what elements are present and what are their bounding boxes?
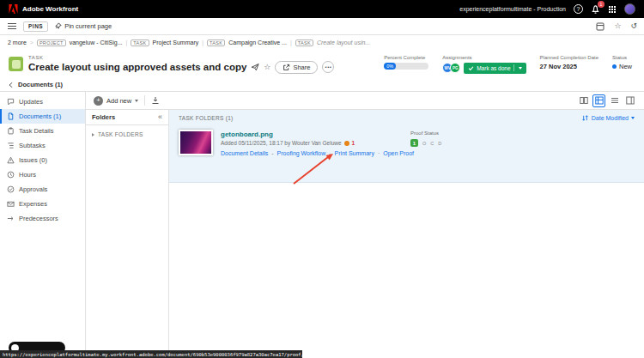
task-type-icon	[9, 57, 23, 71]
help-icon: ?	[574, 4, 583, 14]
view-standard-button[interactable]	[592, 94, 605, 107]
clipboard-icon	[7, 127, 15, 135]
link-separator: -	[271, 150, 273, 156]
view-thumbnails-button[interactable]	[577, 94, 590, 107]
user-avatar[interactable]	[624, 3, 635, 15]
proof-status-label: Proof Status	[410, 130, 441, 136]
page-header: TASK Create layout using approved assets…	[0, 50, 644, 78]
more-actions-button[interactable]: •••	[322, 61, 334, 73]
sidebar-item-label: Hours	[19, 171, 36, 179]
sidebar-item-approvals[interactable]: Approvals	[0, 182, 85, 197]
sidebar-item-label: Issues (0)	[19, 156, 47, 164]
breadcrumb-separator: |	[202, 39, 204, 46]
document-name-link[interactable]: getonboard.png	[221, 130, 273, 138]
list-header: TASK FOLDERS (1) Date Modified	[169, 110, 644, 125]
content-area: + Add new	[86, 92, 644, 358]
assignments-block: Assignments WV PG Mark as done	[442, 55, 526, 74]
sidebar-item-documents[interactable]: Documents (1)	[0, 109, 85, 124]
share-icon	[283, 64, 290, 71]
mark-as-done-button[interactable]: Mark as done	[464, 63, 526, 74]
document-added-text: Added 05/11/2025, 18:17 by Wouter Van Ge…	[221, 140, 342, 146]
subtasks-icon	[7, 142, 15, 149]
history-icon: ↺	[630, 21, 637, 30]
add-new-button[interactable]: + Add new	[94, 96, 138, 106]
main-menu-button[interactable]	[7, 21, 17, 31]
view-list-button[interactable]	[608, 94, 621, 107]
header-metrics: Percent Complete 0% Assignments WV PG Ma…	[384, 55, 635, 74]
sidebar-item-subtasks[interactable]: Subtasks	[0, 138, 85, 153]
breadcrumb-arrow: >	[30, 39, 33, 46]
breadcrumb-item-project[interactable]: vangeluw - CitiSig...	[70, 39, 123, 46]
app-switcher-button[interactable]	[608, 5, 617, 14]
document-links: Document Details - Proofing Workflow - P…	[221, 150, 403, 156]
assignee-avatars[interactable]: WV PG	[442, 63, 460, 73]
collapse-panel-button[interactable]: «	[158, 113, 162, 121]
proof-button[interactable]	[251, 63, 259, 71]
planned-completion-date[interactable]: 27 Nov 2025	[540, 63, 598, 70]
back-icon[interactable]	[8, 82, 15, 88]
progress-bar[interactable]: 0%	[384, 63, 428, 70]
favorites-button[interactable]: ☆	[614, 22, 621, 30]
workfront-app: Adobe Workfront experienceplatformultima…	[0, 0, 644, 358]
sort-button[interactable]: Date Modified	[581, 114, 635, 122]
panel-view-icon	[626, 96, 635, 105]
favorite-task-button[interactable]: ☆	[264, 64, 270, 71]
assignee-avatar-2: PG	[450, 63, 460, 73]
layout-button[interactable]	[596, 22, 605, 31]
share-button[interactable]: Share	[275, 61, 318, 74]
folder-item-label: TASK FOLDERS	[98, 131, 143, 137]
caret-right-icon	[92, 133, 94, 137]
view-toggles	[577, 94, 636, 107]
sidebar-item-issues[interactable]: Issues (0)	[0, 153, 85, 167]
comment-icon	[7, 98, 15, 106]
object-type-label: TASK	[28, 55, 334, 60]
environment-label: experienceplatformultimate - Production	[459, 6, 566, 12]
sidebar-item-expenses[interactable]: Expenses	[0, 197, 85, 211]
sidebar-item-hours[interactable]: Hours	[0, 167, 85, 182]
recents-button[interactable]: ↺	[630, 22, 637, 30]
document-thumbnail[interactable]	[179, 130, 213, 155]
open-proof-link[interactable]: Open Proof	[383, 150, 414, 156]
sort-label: Date Modified	[592, 115, 629, 121]
sidebar-item-label: Updates	[19, 98, 43, 106]
mark-as-done-label: Mark as done	[477, 65, 510, 71]
panel-icon	[596, 22, 605, 31]
notification-badge: 1	[598, 1, 605, 8]
notifications-button[interactable]: 1	[591, 4, 600, 14]
status-url: https://experienceplatformultimate.my.wo…	[3, 352, 302, 357]
sidebar-item-updates[interactable]: Updates	[0, 94, 85, 109]
sidebar-item-label: Documents (1)	[19, 112, 61, 120]
folder-item-task-folders[interactable]: TASK FOLDERS	[86, 125, 168, 143]
download-button[interactable]	[151, 96, 160, 105]
help-button[interactable]: ?	[574, 4, 583, 14]
proof-stage-o: O	[422, 141, 426, 146]
folders-panel: Folders « TASK FOLDERS	[86, 110, 169, 358]
breadcrumb-more[interactable]: 2 more	[8, 39, 27, 46]
print-summary-link[interactable]: Print Summary	[335, 150, 374, 156]
topbar-actions: experienceplatformultimate - Production …	[459, 3, 635, 15]
documents-list-section: TASK FOLDERS (1) Date Modified getonboar…	[169, 110, 644, 183]
status-row[interactable]: New	[612, 63, 632, 70]
sidebar-item-predecessors[interactable]: Predecessors	[0, 211, 85, 226]
breadcrumb-separator: |	[290, 39, 292, 46]
download-icon	[151, 96, 160, 105]
view-detail-panel-button[interactable]	[623, 94, 636, 107]
document-details-link[interactable]: Document Details	[221, 150, 268, 156]
breadcrumb-item-task1[interactable]: Project Summary	[153, 39, 199, 46]
cards-view-icon	[580, 96, 588, 105]
proofing-workflow-link[interactable]: Proofing Workflow	[277, 150, 326, 156]
document-row[interactable]: getonboard.png Added 05/11/2025, 18:17 b…	[169, 125, 644, 156]
reaction-icon	[344, 141, 349, 146]
breadcrumb: 2 more > PROJECT vangeluw - CitiSig... |…	[0, 35, 644, 50]
document-info: getonboard.png Added 05/11/2025, 18:17 b…	[221, 130, 403, 156]
breadcrumb-item-task2[interactable]: Campaign Creative ...	[228, 39, 287, 46]
chevron-down-icon	[135, 100, 138, 102]
pin-current-page-button[interactable]: Pin current page	[54, 22, 112, 30]
proof-stage-d: D	[438, 141, 441, 146]
sidebar-item-task-details[interactable]: Task Details	[0, 124, 85, 138]
share-label: Share	[293, 64, 310, 71]
warning-icon	[7, 156, 15, 164]
section-title: Documents (1)	[18, 81, 63, 88]
pin-bar: PINS Pin current page ☆ ↺	[0, 18, 644, 35]
proof-status-row: 1 O C D	[410, 139, 441, 147]
